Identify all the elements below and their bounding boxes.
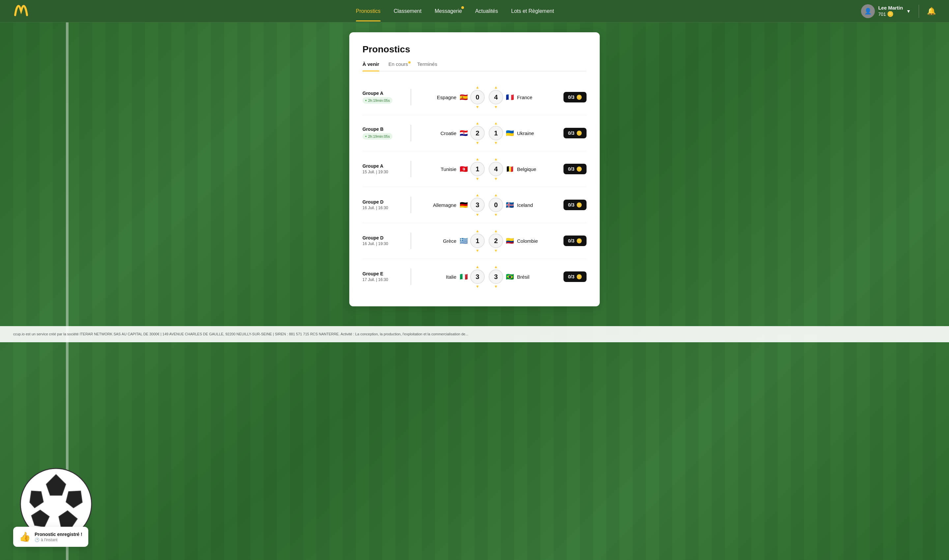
home-score: 3 <box>470 198 485 212</box>
navigation: Pronostics Classement Messagerie Actuali… <box>0 0 949 22</box>
score-arrow-down: ▼ <box>494 105 498 109</box>
away-flag: 🇫🇷 <box>505 94 515 100</box>
home-score-box[interactable]: ▲ 3 ▼ <box>470 193 485 217</box>
score-arrow-up: ▲ <box>476 265 479 269</box>
away-score: 3 <box>489 269 503 284</box>
group-name: Groupe A <box>362 163 405 169</box>
home-flag: 🇩🇪 <box>459 202 468 208</box>
away-score-box[interactable]: ▲ 0 ▼ <box>489 193 503 217</box>
away-score-box[interactable]: ▲ 4 ▼ <box>489 157 503 181</box>
away-team-name: Brésil <box>517 274 530 280</box>
away-score-box[interactable]: ▲ 2 ▼ <box>489 229 503 253</box>
away-flag: 🇨🇴 <box>505 237 515 244</box>
points-badge: 0/3 🪙 <box>564 235 587 246</box>
home-score: 3 <box>470 269 485 284</box>
home-flag: 🇪🇸 <box>459 94 468 100</box>
home-score-box[interactable]: ▲ 0 ▼ <box>470 85 485 109</box>
score-arrow-down: ▼ <box>494 285 498 289</box>
home-score: 0 <box>470 90 485 105</box>
team-away: 🇫🇷 France <box>505 94 557 100</box>
away-score: 2 <box>489 234 503 248</box>
home-team-name: Grèce <box>443 238 456 244</box>
nav-actualites[interactable]: Actualités <box>475 1 498 22</box>
team-away: 🇺🇦 Ukraine <box>505 130 557 136</box>
points-badge: 0/3 🪙 <box>564 92 587 102</box>
tab-a-venir[interactable]: À venir <box>362 61 379 71</box>
notification-bell[interactable]: 🔔 <box>927 7 936 15</box>
team-home: Grèce 🇬🇷 <box>416 237 468 244</box>
group-info: Groupe A 2h:19min:05s <box>362 91 405 104</box>
toast-subtitle: 🕐 à l'instant <box>35 538 82 542</box>
match-time: 17 Juil. | 16:30 <box>362 277 388 282</box>
page-title: Pronostics <box>362 44 587 55</box>
away-flag: 🇧🇷 <box>505 274 515 280</box>
user-name: Lee Martin <box>878 5 903 11</box>
points-coin-icon: 🪙 <box>576 166 582 172</box>
nav-pronostics[interactable]: Pronostics <box>356 1 381 22</box>
team-away: 🇮🇸 Iceland <box>505 202 557 208</box>
away-score: 4 <box>489 162 503 176</box>
away-score-box[interactable]: ▲ 1 ▼ <box>489 121 503 145</box>
team-away: 🇨🇴 Colombie <box>505 237 557 244</box>
home-score-box[interactable]: ▲ 2 ▼ <box>470 121 485 145</box>
nav-classement[interactable]: Classement <box>394 1 421 22</box>
toast-notification: 👍 Pronostic enregistré ! 🕐 à l'instant <box>13 527 88 547</box>
nav-lots[interactable]: Lots et Règlement <box>511 1 554 22</box>
home-score: 2 <box>470 126 485 140</box>
match-row: Groupe A 2h:19min:05s Espagne 🇪🇸 ▲ 0 ▼ ▲… <box>362 79 587 115</box>
away-score-box[interactable]: ▲ 4 ▼ <box>489 85 503 109</box>
home-score-box[interactable]: ▲ 1 ▼ <box>470 229 485 253</box>
tab-en-cours[interactable]: En cours <box>388 61 408 71</box>
en-cours-dot <box>408 61 411 63</box>
user-details: Lee Martin 701 🪙 <box>878 5 903 17</box>
away-team-name: Belgique <box>517 166 536 172</box>
points-coin-icon: 🪙 <box>576 202 582 208</box>
logo[interactable] <box>13 5 29 18</box>
points-coin-icon: 🪙 <box>576 274 582 279</box>
footer: ccup.io est un service créé par la socié… <box>0 326 949 342</box>
group-info: Groupe D 16 Juil. | 19:30 <box>362 235 405 246</box>
group-name: Groupe E <box>362 271 405 276</box>
divider <box>411 89 411 105</box>
points-badge: 0/3 🪙 <box>564 271 587 282</box>
home-team-name: Croatie <box>441 131 456 136</box>
user-info[interactable]: 👤 Lee Martin 701 🪙 ▼ <box>861 4 911 18</box>
team-home: Allemagne 🇩🇪 <box>416 202 468 208</box>
home-team-name: Tunisie <box>441 166 456 172</box>
toast-clock-icon: 🕐 <box>35 538 40 542</box>
home-score-box[interactable]: ▲ 3 ▼ <box>470 265 485 289</box>
divider <box>411 197 411 213</box>
match-teams: Allemagne 🇩🇪 ▲ 3 ▼ ▲ 0 ▼ 🇮🇸 Iceland <box>416 193 557 217</box>
away-flag: 🇺🇦 <box>505 130 515 136</box>
away-team-name: Ukraine <box>517 131 534 136</box>
nav-messagerie[interactable]: Messagerie <box>434 1 462 22</box>
avatar: 👤 <box>861 4 875 18</box>
divider <box>411 232 411 249</box>
away-score-box[interactable]: ▲ 3 ▼ <box>489 265 503 289</box>
points-badge: 0/3 🪙 <box>564 200 587 210</box>
points-text: 0/3 <box>568 202 574 208</box>
tab-termines[interactable]: Terminés <box>417 61 437 71</box>
user-dropdown-button[interactable]: ▼ <box>906 9 911 14</box>
home-score: 1 <box>470 162 485 176</box>
away-score: 0 <box>489 198 503 212</box>
team-away: 🇧🇷 Brésil <box>505 274 557 280</box>
score-arrow-down: ▼ <box>494 141 498 145</box>
score-arrow-down: ▼ <box>476 177 479 181</box>
score-arrow-down: ▼ <box>476 249 479 253</box>
matches-list: Groupe A 2h:19min:05s Espagne 🇪🇸 ▲ 0 ▼ ▲… <box>362 79 587 294</box>
match-teams: Croatie 🇭🇷 ▲ 2 ▼ ▲ 1 ▼ 🇺🇦 Ukraine <box>416 121 557 145</box>
home-score-box[interactable]: ▲ 1 ▼ <box>470 157 485 181</box>
points-badge: 0/3 🪙 <box>564 128 587 138</box>
home-score: 1 <box>470 234 485 248</box>
score-arrow-up: ▲ <box>476 121 479 125</box>
divider <box>411 268 411 285</box>
match-time: 15 Juil. | 19:30 <box>362 170 388 174</box>
score-arrow-up: ▲ <box>476 229 479 233</box>
score-arrow-up: ▲ <box>476 157 479 161</box>
match-row: Groupe E 17 Juil. | 16:30 Italie 🇮🇹 ▲ 3 … <box>362 259 587 294</box>
team-home: Croatie 🇭🇷 <box>416 130 468 136</box>
pronostics-card: Pronostics À venir En cours Terminés Gro… <box>349 32 600 306</box>
group-info: Groupe A 15 Juil. | 19:30 <box>362 163 405 175</box>
away-score: 1 <box>489 126 503 140</box>
